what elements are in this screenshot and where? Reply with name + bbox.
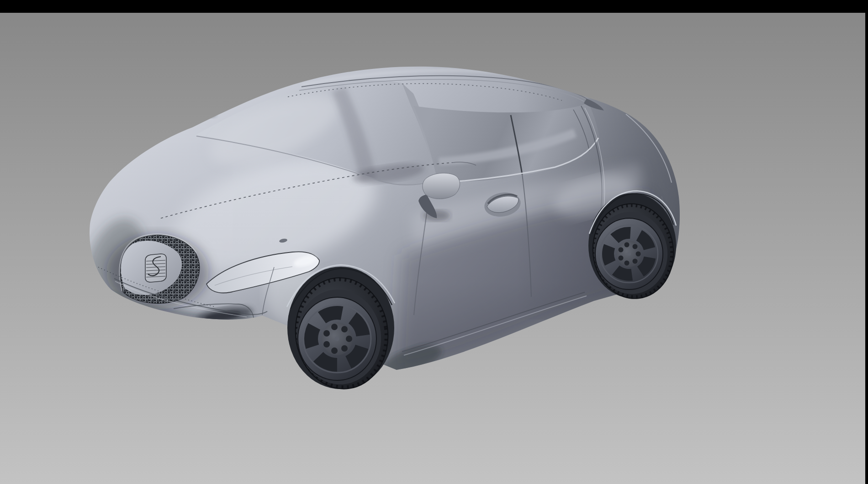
top-letterbox-bar bbox=[0, 0, 868, 13]
render-canvas[interactable] bbox=[0, 0, 868, 484]
front-center-cap bbox=[335, 337, 339, 341]
right-letterbox-strip bbox=[865, 0, 868, 484]
mirror-housing bbox=[423, 173, 460, 199]
rear-center-cap bbox=[627, 252, 631, 256]
viewport-3d[interactable] bbox=[0, 0, 868, 484]
front-grille bbox=[119, 234, 199, 303]
seat-badge bbox=[145, 254, 166, 282]
